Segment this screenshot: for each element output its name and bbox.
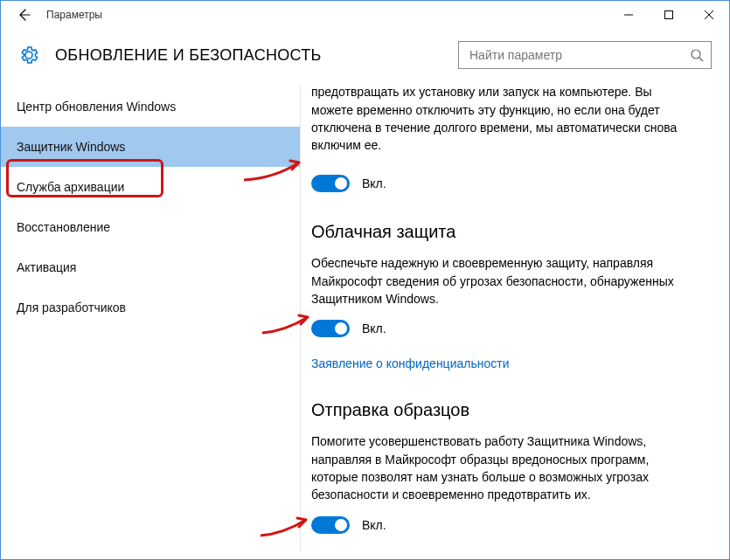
sidebar-item-developers[interactable]: Для разработчиков [1,287,300,328]
cloud-toggle-row: Вкл. [311,320,708,337]
sidebar-item-label: Служба архивации [17,180,124,194]
sidebar-item-defender[interactable]: Защитник Windows [1,127,300,167]
arrow-left-icon [17,8,31,22]
minimize-button[interactable] [608,1,649,29]
realtime-description: Это помогает обнаруживать вредоносные пр… [311,85,687,154]
search-input[interactable] [468,47,690,63]
close-button[interactable] [689,1,729,29]
close-icon [705,10,713,19]
page-header: ОБНОВЛЕНИЕ И БЕЗОПАСНОСТЬ [1,29,729,85]
sidebar-item-update[interactable]: Центр обновления Windows [1,86,300,127]
cloud-heading: Облачная защита [311,222,708,242]
search-box[interactable] [458,41,712,69]
search-icon [690,48,704,62]
sidebar-item-label: Восстановление [17,220,110,234]
sidebar-item-activation[interactable]: Активация [1,247,300,287]
sidebar-item-label: Активация [17,260,76,274]
maximize-button[interactable] [649,1,689,29]
toggle-label: Вкл. [362,518,386,532]
privacy-link[interactable]: Заявление о конфиденциальности [311,356,509,370]
sidebar-item-label: Центр обновления Windows [17,100,176,114]
realtime-toggle[interactable] [311,175,350,192]
cloud-description: Обеспечьте надежную и своевременную защи… [311,254,687,308]
samples-heading: Отправка образцов [311,400,708,420]
back-button[interactable] [13,4,34,25]
samples-section: Отправка образцов Помогите усовершенство… [311,400,708,533]
toggle-label: Вкл. [362,321,386,335]
toggle-label: Вкл. [362,176,386,190]
cloud-toggle[interactable] [311,320,350,337]
sidebar-item-backup[interactable]: Служба архивации [1,167,300,207]
sidebar: Центр обновления Windows Защитник Window… [1,85,300,552]
realtime-toggle-row: Вкл. [311,175,708,192]
cloud-section: Облачная защита Обеспечьте надежную и св… [311,222,708,370]
page-title: ОБНОВЛЕНИЕ И БЕЗОПАСНОСТЬ [55,46,449,65]
titlebar: Параметры [1,1,729,29]
samples-toggle-row: Вкл. [311,516,708,534]
svg-point-1 [692,50,700,59]
maximize-icon [664,10,673,19]
samples-toggle[interactable] [311,516,350,534]
sidebar-item-label: Защитник Windows [17,140,125,154]
content-pane: Это помогает обнаруживать вредоносные пр… [300,85,729,552]
sidebar-item-recovery[interactable]: Восстановление [1,207,300,247]
sidebar-item-label: Для разработчиков [17,301,126,315]
settings-window: Параметры ОБНОВЛЕНИЕ И БЕЗОПАСНОСТЬ [0,0,730,560]
svg-rect-0 [665,11,673,19]
window-title: Параметры [46,9,102,21]
gear-icon [18,45,39,66]
minimize-icon [624,10,633,19]
samples-description: Помогите усовершенствовать работу Защитн… [311,432,687,503]
